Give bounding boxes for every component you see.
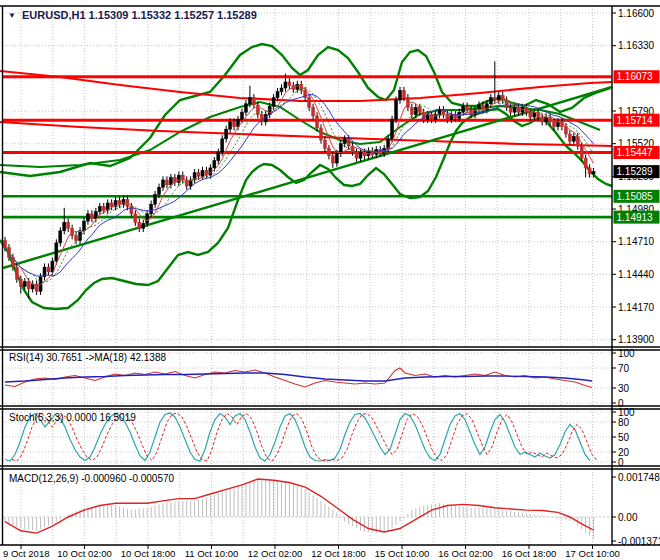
svg-text:0.001748: 0.001748	[618, 472, 660, 483]
svg-text:70: 70	[618, 363, 630, 374]
price-level-badge: 1.15447	[614, 146, 660, 159]
rsi-label: RSI(14) 30.7651 ->MA(18) 42.1388	[9, 352, 166, 363]
collapse-indicator-icon[interactable]: ▼	[8, 11, 16, 20]
chart-title: EURUSD,H1 1.15309 1.15332 1.15257 1.1528…	[22, 9, 257, 21]
svg-text:1.15085: 1.15085	[617, 191, 654, 202]
time-axis: 9 Oct 201810 Oct 02:0010 Oct 18:0011 Oct…	[3, 545, 620, 559]
svg-text:1.15289: 1.15289	[617, 166, 654, 177]
svg-text:30: 30	[618, 383, 630, 394]
time-axis-label: 9 Oct 2018	[3, 548, 49, 559]
price-level-badge: 1.15085	[614, 190, 660, 203]
time-axis-label: 12 Oct 18:00	[311, 548, 365, 559]
price-chart-canvas[interactable]: 1.166001.163301.157901.155201.152501.149…	[0, 0, 660, 560]
svg-text:1.14913: 1.14913	[617, 212, 654, 223]
svg-text:1.14170: 1.14170	[618, 302, 655, 313]
time-axis-label: 17 Oct 10:00	[565, 548, 619, 559]
svg-text:1.16600: 1.16600	[618, 8, 655, 19]
svg-text:0.00: 0.00	[618, 512, 638, 523]
price-level-badge: 1.15289	[614, 165, 660, 178]
time-axis-label: 10 Oct 18:00	[121, 548, 175, 559]
stochastic-label: Stoch(5,3,3) 0.0000 16.5019	[9, 412, 136, 423]
time-axis-label: 16 Oct 02:00	[438, 548, 492, 559]
time-axis-label: 12 Oct 02:00	[248, 548, 302, 559]
svg-text:1.14710: 1.14710	[618, 236, 655, 247]
svg-text:1.16073: 1.16073	[617, 71, 654, 82]
svg-text:50: 50	[618, 432, 630, 443]
time-axis-label: 10 Oct 02:00	[57, 548, 111, 559]
price-level-badge: 1.14913	[614, 211, 660, 224]
svg-text:0: 0	[618, 457, 624, 468]
time-axis-label: 16 Oct 18:00	[502, 548, 556, 559]
macd-label: MACD(12,26,9) -0.000960 -0.000570	[9, 473, 175, 484]
time-axis-label: 15 Oct 10:00	[375, 548, 429, 559]
svg-text:-0.001371: -0.001371	[618, 536, 660, 547]
trading-chart-window: 1.166001.163301.157901.155201.152501.149…	[0, 0, 660, 560]
svg-text:80: 80	[618, 417, 630, 428]
price-level-badge: 1.15714	[614, 114, 660, 127]
svg-text:1.15714: 1.15714	[617, 115, 654, 126]
price-level-badge: 1.16073	[614, 70, 660, 83]
svg-text:1.14440: 1.14440	[618, 269, 655, 280]
svg-text:1.16330: 1.16330	[618, 40, 655, 51]
svg-text:1.13900: 1.13900	[618, 334, 655, 345]
svg-text:1.15447: 1.15447	[617, 147, 654, 158]
svg-text:100: 100	[618, 348, 635, 359]
time-axis-label: 11 Oct 10:00	[185, 548, 239, 559]
